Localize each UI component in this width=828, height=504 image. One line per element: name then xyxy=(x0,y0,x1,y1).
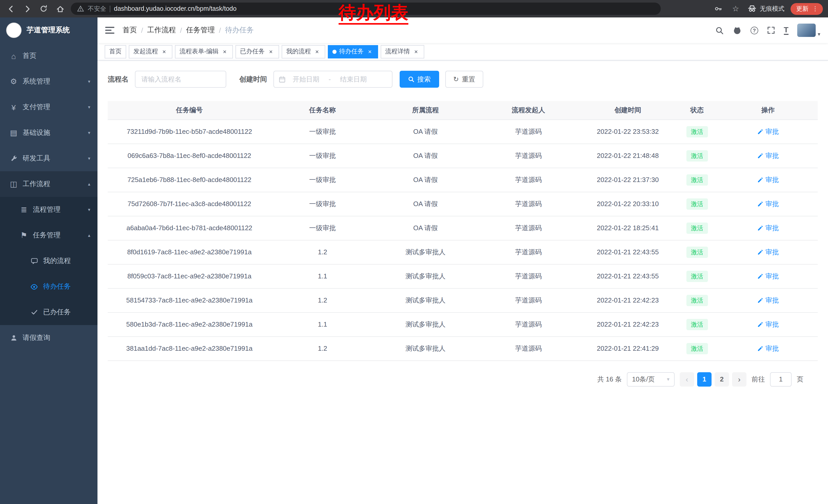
update-button[interactable]: 更新 ⋮ xyxy=(791,3,823,15)
check-icon xyxy=(30,309,38,316)
tab-process-detail[interactable]: 流程详情 × xyxy=(381,45,424,58)
page-button-1[interactable]: 1 xyxy=(697,372,711,386)
process-name-input[interactable] xyxy=(135,71,226,88)
cell-created: 2022-01-22 18:25:41 xyxy=(580,216,676,240)
tab-done-tasks[interactable]: 已办任务 × xyxy=(236,45,279,58)
approve-link[interactable]: 审批 xyxy=(757,247,779,257)
cell-created: 2022-01-21 22:42:23 xyxy=(580,312,676,336)
caret-down-icon: ▾ xyxy=(818,31,820,37)
close-tab-icon[interactable]: × xyxy=(314,48,321,55)
chevron-down-icon: ▾ xyxy=(88,156,90,161)
cell-process: OA 请假 xyxy=(374,216,477,240)
bookmark-star-icon[interactable]: ☆ xyxy=(730,3,741,14)
breadcrumb-task-mgmt[interactable]: 任务管理 xyxy=(186,26,215,35)
next-page-button[interactable]: › xyxy=(732,372,746,386)
password-key-icon[interactable] xyxy=(713,3,724,14)
forward-button[interactable] xyxy=(22,3,33,14)
list-icon: ≣ xyxy=(19,205,28,214)
warning-icon xyxy=(77,5,84,12)
app-title: 芋道管理系统 xyxy=(27,26,70,35)
breadcrumb-workflow[interactable]: 工作流程 xyxy=(147,26,176,35)
logo-row[interactable]: 芋道管理系统 xyxy=(0,17,97,43)
search-icon[interactable] xyxy=(715,26,724,35)
date-range-picker[interactable]: - xyxy=(273,71,392,88)
approve-link[interactable]: 审批 xyxy=(757,175,779,184)
chevron-up-icon: ▴ xyxy=(88,182,90,187)
start-date-input[interactable] xyxy=(288,75,325,83)
cell-task-id: 73211d9d-7b9b-11ec-b5b7-acde48001122 xyxy=(108,120,271,144)
cell-action: 审批 xyxy=(718,216,818,240)
cell-starter: 芋道源码 xyxy=(477,264,580,288)
close-tab-icon[interactable]: × xyxy=(161,48,168,55)
approve-link[interactable]: 审批 xyxy=(757,199,779,209)
cell-starter: 芋道源码 xyxy=(477,336,580,360)
browser-chrome: 不安全 dashboard.yudao.iocoder.cn/bpm/task/… xyxy=(0,0,828,17)
close-tab-icon[interactable]: × xyxy=(267,48,275,55)
tab-start-process[interactable]: 发起流程 × xyxy=(129,45,172,58)
close-tab-icon[interactable]: × xyxy=(221,48,228,55)
col-action: 操作 xyxy=(718,101,818,120)
home-icon: ⌂ xyxy=(9,51,18,60)
search-button[interactable]: 搜索 xyxy=(399,71,439,88)
sidebar-item-workflow[interactable]: ◫ 工作流程 ▴ xyxy=(0,171,97,197)
chat-person-icon xyxy=(30,258,38,265)
sidebar-item-devtools[interactable]: 研发工具 ▾ xyxy=(0,146,97,171)
sidebar-item-leave-query[interactable]: 请假查询 xyxy=(0,325,97,351)
cell-action: 审批 xyxy=(718,144,818,168)
incognito-badge: 无痕模式 xyxy=(747,4,784,13)
sidebar-toggle-icon[interactable] xyxy=(105,26,114,34)
cell-task-name: 一级审批 xyxy=(271,168,374,192)
approve-link[interactable]: 审批 xyxy=(757,272,779,281)
refresh-button[interactable] xyxy=(38,3,49,14)
sidebar-item-home[interactable]: ⌂ 首页 xyxy=(0,43,97,69)
page-button-2[interactable]: 2 xyxy=(715,372,729,386)
sidebar-item-payment[interactable]: ¥ 支付管理 ▾ xyxy=(0,94,97,120)
browser-menu-icon[interactable]: ⋮ xyxy=(812,6,818,12)
breadcrumb-home[interactable]: 首页 xyxy=(123,26,137,35)
sidebar-item-todo-tasks[interactable]: 待办任务 xyxy=(0,274,97,300)
home-button[interactable] xyxy=(54,3,66,14)
font-size-icon[interactable]: T xyxy=(784,26,788,35)
tab-home[interactable]: 首页 xyxy=(105,45,126,58)
github-icon[interactable] xyxy=(733,26,742,35)
reset-button[interactable]: ↻ 重置 xyxy=(445,71,484,88)
address-bar[interactable]: 不安全 dashboard.yudao.iocoder.cn/bpm/task/… xyxy=(71,3,661,15)
cell-status: 激活 xyxy=(676,120,718,144)
table-row: 75d72608-7b7f-11ec-a3c8-acde48001122 一级审… xyxy=(108,192,818,216)
status-badge: 激活 xyxy=(686,174,708,185)
col-process: 所属流程 xyxy=(374,101,477,120)
cell-created: 2022-01-21 22:42:23 xyxy=(580,288,676,312)
sidebar-item-task-mgmt[interactable]: ⚑ 任务管理 ▴ xyxy=(0,223,97,248)
sidebar-item-system[interactable]: ⚙ 系统管理 ▾ xyxy=(0,69,97,94)
status-badge: 激活 xyxy=(686,246,708,258)
prev-page-button[interactable]: ‹ xyxy=(680,372,694,386)
close-tab-icon[interactable]: × xyxy=(412,48,420,55)
approve-link[interactable]: 审批 xyxy=(757,223,779,232)
close-tab-icon[interactable]: × xyxy=(366,48,373,55)
help-icon[interactable]: ? xyxy=(750,27,758,34)
goto-page-input[interactable] xyxy=(770,372,792,386)
fullscreen-icon[interactable] xyxy=(767,26,775,34)
approve-link[interactable]: 审批 xyxy=(757,295,779,305)
user-avatar-menu[interactable]: ▾ xyxy=(797,24,820,37)
approve-link[interactable]: 审批 xyxy=(757,320,779,329)
cell-status: 激活 xyxy=(676,264,718,288)
tab-form-edit[interactable]: 流程表单-编辑 × xyxy=(175,45,233,58)
approve-link[interactable]: 审批 xyxy=(757,344,779,353)
approve-link[interactable]: 审批 xyxy=(757,127,779,136)
sidebar-item-done-tasks[interactable]: 已办任务 xyxy=(0,300,97,325)
end-date-input[interactable] xyxy=(335,75,372,83)
tab-todo-tasks[interactable]: 待办任务 × xyxy=(328,45,378,58)
sidebar-item-infrastructure[interactable]: ▤ 基础设施 ▾ xyxy=(0,120,97,146)
approve-link[interactable]: 审批 xyxy=(757,151,779,160)
tab-my-process[interactable]: 我的流程 × xyxy=(282,45,325,58)
col-status: 状态 xyxy=(676,101,718,120)
table-row: 725a1eb6-7b88-11ec-8ef0-acde48001122 一级审… xyxy=(108,168,818,192)
table-row: 381aa1dd-7ac8-11ec-a9e2-a2380e71991a 1.2… xyxy=(108,336,818,360)
sidebar-item-my-process[interactable]: 我的流程 xyxy=(0,248,97,274)
back-button[interactable] xyxy=(5,3,16,14)
sidebar-item-process-mgmt[interactable]: ≣ 流程管理 ▾ xyxy=(0,197,97,223)
edit-icon xyxy=(757,273,763,279)
page-size-select[interactable]: 10条/页 ▾ xyxy=(627,372,675,386)
flag-icon: ⚑ xyxy=(19,231,28,240)
